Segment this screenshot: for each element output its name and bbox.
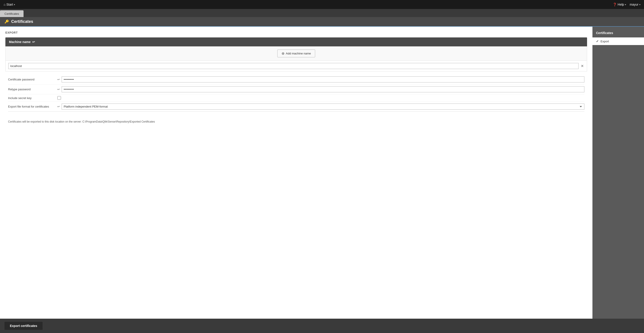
top-nav-right: ❓ Help ▾ mayur ▾ [613,3,640,6]
include-secret-key-checkbox[interactable] [58,96,61,100]
top-nav-left: ⌂ Start ▾ [4,3,15,6]
machine-name-undo-icon[interactable]: ↩ [32,40,35,44]
export-certificates-button[interactable]: Export certificates [4,322,42,330]
sidebar: Certificates ✓ Export [592,27,644,319]
add-machine-label: Add machine name [286,52,311,55]
help-circle-icon: ❓ [613,3,617,6]
export-format-undo-icon[interactable]: ↩ [58,105,60,108]
content-area: EXPORT Machine name ↩ ⊕ Add machine name… [0,27,592,319]
home-icon: ⌂ [4,3,6,6]
machine-name-input[interactable] [8,63,578,69]
help-label: Help [618,3,624,6]
certificate-password-input[interactable] [62,76,584,82]
user-label: mayur [630,3,638,6]
tab-bar: Certificates [0,9,644,17]
retype-password-row: Retype password ↩ [8,84,584,94]
add-machine-area: ⊕ Add machine name [6,46,587,61]
clear-machine-name-button[interactable]: ✕ [580,64,584,68]
include-secret-key-label: Include secret key [8,96,58,100]
retype-password-input[interactable] [62,86,584,92]
retype-password-undo-icon[interactable]: ↩ [58,88,60,91]
form-fields: Certificate password ↩ Retype password ↩ [6,72,587,117]
include-secret-key-row: Include secret key [8,94,584,102]
machine-name-header: Machine name ↩ [6,38,587,46]
user-menu[interactable]: mayur ▾ [630,3,640,6]
check-icon: ✓ [596,40,599,43]
export-file-format-select[interactable]: Platform independent PEM-format Windows … [62,104,584,110]
sidebar-title: Certificates [592,29,644,38]
export-section: EXPORT Machine name ↩ ⊕ Add machine name… [0,27,592,319]
include-secret-key-control [58,96,584,100]
footer-note: Certificates will be exported to this di… [6,117,587,123]
retype-password-control: ↩ [58,86,584,92]
tab-certificates-label: Certificates [4,12,19,16]
user-chevron-icon: ▾ [639,3,640,6]
export-file-format-label: Export file format for certificates [8,105,58,108]
start-chevron-icon: ▾ [14,3,15,6]
main-layout: EXPORT Machine name ↩ ⊕ Add machine name… [0,27,644,319]
cert-password-undo-icon[interactable]: ↩ [58,78,60,81]
export-file-format-control: ↩ Platform independent PEM-format Window… [58,104,584,110]
page-title: Certificates [11,19,33,24]
retype-password-label: Retype password [8,88,58,91]
machine-name-title: Machine name [9,40,30,44]
help-chevron-icon: ▾ [625,3,626,6]
key-icon: 🔑 [4,20,9,24]
page-header: 🔑 Certificates [0,17,644,27]
start-menu[interactable]: ⌂ Start ▾ [4,3,15,6]
sidebar-item-export[interactable]: ✓ Export [592,38,644,45]
machine-input-row: ✕ [6,61,587,72]
add-machine-button[interactable]: ⊕ Add machine name [277,50,315,57]
export-file-format-row: Export file format for certificates ↩ Pl… [8,102,584,112]
certificate-password-control: ↩ [58,76,584,82]
start-label: Start [6,3,13,6]
plus-icon: ⊕ [282,51,284,56]
tab-certificates[interactable]: Certificates [0,10,24,17]
certificate-password-label: Certificate password [8,78,58,81]
certificate-password-row: Certificate password ↩ [8,74,584,84]
help-menu[interactable]: ❓ Help ▾ [613,3,626,6]
top-nav: ⌂ Start ▾ ❓ Help ▾ mayur ▾ [0,0,644,9]
section-title: EXPORT [6,31,587,34]
export-btn-label: Export certificates [10,324,37,328]
sidebar-export-label: Export [600,40,609,43]
bottom-bar: Export certificates [0,319,644,333]
